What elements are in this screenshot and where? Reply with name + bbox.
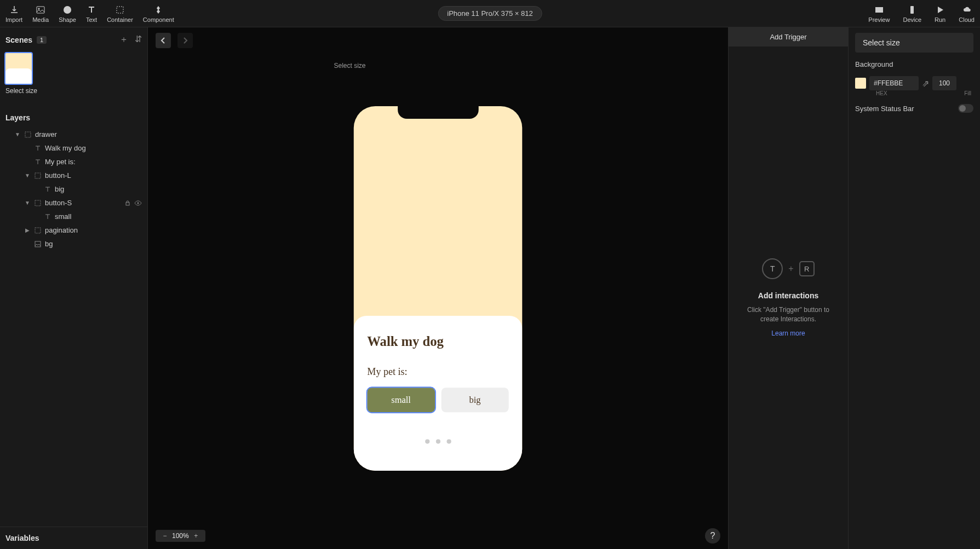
layer-name: button-L <box>45 171 71 180</box>
preview-button[interactable]: Preview <box>868 4 890 23</box>
sort-scenes-icon[interactable]: ⇵ <box>135 34 142 45</box>
nav-back-button[interactable] <box>156 33 171 48</box>
svg-point-1 <box>38 8 40 9</box>
hex-input[interactable] <box>869 76 919 90</box>
device-button[interactable]: Device <box>903 4 921 23</box>
variables-section[interactable]: Variables <box>0 527 147 549</box>
scene-thumb-label: Select size <box>4 87 143 95</box>
zoom-in-button[interactable]: + <box>191 532 201 540</box>
shape-label: Shape <box>59 16 76 23</box>
layer-bg[interactable]: bg <box>2 237 145 251</box>
fill-sublabel: Fill <box>964 90 971 96</box>
canvas-area: Select size Walk my dog My pet is: small… <box>148 27 728 549</box>
cloud-label: Cloud <box>959 16 975 23</box>
component-button[interactable]: Component <box>143 4 174 23</box>
layer-name: pagination <box>45 226 78 234</box>
layer-name: button-S <box>45 199 72 207</box>
bg-sublabels: HEX Fill <box>855 90 973 96</box>
device-selector[interactable]: iPhone 11 Pro/X 375 × 812 <box>438 6 542 21</box>
add-scene-icon[interactable]: ＋ <box>119 34 128 45</box>
svg-rect-11 <box>35 228 41 233</box>
eyedropper-icon[interactable]: ⇗ <box>922 78 929 89</box>
preview-label: Preview <box>868 16 890 23</box>
svg-point-10 <box>137 202 139 204</box>
layer-button-l[interactable]: ▼ button-L <box>2 169 145 182</box>
svg-rect-12 <box>35 241 41 247</box>
interactions-empty-state: T + R Add interactions Click "Add Trigge… <box>729 47 848 549</box>
layer-my-pet-is[interactable]: My pet is: <box>2 155 145 169</box>
select-size-button[interactable]: Select size <box>855 33 973 53</box>
left-panel: Scenes 1 ＋ ⇵ Select size Layers ▼ drawer… <box>0 27 148 549</box>
drawer-subtitle[interactable]: My pet is: <box>367 366 508 377</box>
interactions-desc: Click "Add Trigger" button to create Int… <box>740 305 837 324</box>
learn-more-link[interactable]: Learn more <box>771 330 805 337</box>
svg-rect-3 <box>117 7 123 13</box>
caret-icon[interactable]: ▼ <box>24 172 31 178</box>
device-icon <box>907 4 918 15</box>
media-label: Media <box>32 16 49 23</box>
preview-icon <box>874 4 885 15</box>
phone-mock[interactable]: Walk my dog My pet is: small big <box>354 106 523 471</box>
button-small[interactable]: small <box>367 388 434 412</box>
interactions-title: Add interactions <box>758 291 818 300</box>
drawer-element[interactable]: Walk my dog My pet is: small big <box>354 316 523 471</box>
caret-icon[interactable]: ▼ <box>14 131 21 137</box>
add-trigger-button[interactable]: Add Trigger <box>729 27 848 47</box>
scenes-header: Scenes 1 ＋ ⇵ <box>0 27 147 50</box>
cloud-button[interactable]: Cloud <box>959 4 975 23</box>
zoom-out-button[interactable]: − <box>160 532 170 540</box>
plus-icon: + <box>788 264 793 274</box>
canvas-bottom-bar: − 100% + ? <box>148 523 728 549</box>
text-button[interactable]: Text <box>86 4 97 23</box>
drawer-title[interactable]: Walk my dog <box>367 333 508 349</box>
status-bar-label: System Status Bar <box>855 105 914 113</box>
layers-section: Layers ▼ drawer Walk my dog My pet is: ▼… <box>0 113 147 527</box>
canvas-scene-label[interactable]: Select size <box>334 62 366 70</box>
svg-rect-8 <box>35 200 41 206</box>
button-big[interactable]: big <box>441 388 508 412</box>
svg-rect-0 <box>37 7 44 13</box>
run-label: Run <box>935 16 945 23</box>
svg-rect-9 <box>126 203 129 205</box>
hex-sublabel: HEX <box>876 90 887 96</box>
svg-rect-5 <box>910 6 914 14</box>
layer-vis-lock <box>124 200 142 206</box>
media-button[interactable]: Media <box>32 4 49 23</box>
scene-thumbnail[interactable] <box>4 52 33 85</box>
zoom-value[interactable]: 100% <box>172 532 189 540</box>
page-dot <box>435 439 440 443</box>
layer-pagination[interactable]: ▶ pagination <box>2 223 145 237</box>
text-icon <box>44 186 51 193</box>
container-label: Container <box>107 16 133 23</box>
shape-button[interactable]: Shape <box>59 4 76 23</box>
fill-input[interactable] <box>932 76 956 90</box>
eye-icon[interactable] <box>134 200 142 206</box>
caret-icon[interactable]: ▼ <box>24 200 31 206</box>
nav-forward-button[interactable] <box>177 33 193 48</box>
status-bar-toggle[interactable] <box>958 104 973 113</box>
color-swatch[interactable] <box>855 78 866 89</box>
layer-name: small <box>55 212 71 221</box>
layer-walk-my-dog[interactable]: Walk my dog <box>2 141 145 155</box>
run-button[interactable]: Run <box>935 4 945 23</box>
component-icon <box>153 4 164 15</box>
layer-name: bg <box>45 240 53 248</box>
container-button[interactable]: Container <box>107 4 133 23</box>
caret-icon[interactable]: ▶ <box>24 227 31 233</box>
container-icon <box>34 199 42 207</box>
media-icon <box>35 4 46 15</box>
trigger-response-icons: T + R <box>762 258 814 279</box>
top-toolbar: Import Media Shape Text Container Compon… <box>0 0 980 27</box>
import-button[interactable]: Import <box>5 4 22 23</box>
scenes-actions: ＋ ⇵ <box>119 34 142 45</box>
text-icon <box>86 4 97 15</box>
canvas-viewport[interactable]: Select size Walk my dog My pet is: small… <box>148 54 728 523</box>
pagination-dots[interactable] <box>367 439 508 443</box>
device-label: Device <box>903 16 921 23</box>
layer-button-s[interactable]: ▼ button-S <box>2 196 145 210</box>
lock-icon[interactable] <box>124 200 131 206</box>
layer-small[interactable]: small <box>2 210 145 223</box>
help-button[interactable]: ? <box>705 528 720 544</box>
layer-drawer[interactable]: ▼ drawer <box>2 128 145 141</box>
layer-big[interactable]: big <box>2 182 145 196</box>
